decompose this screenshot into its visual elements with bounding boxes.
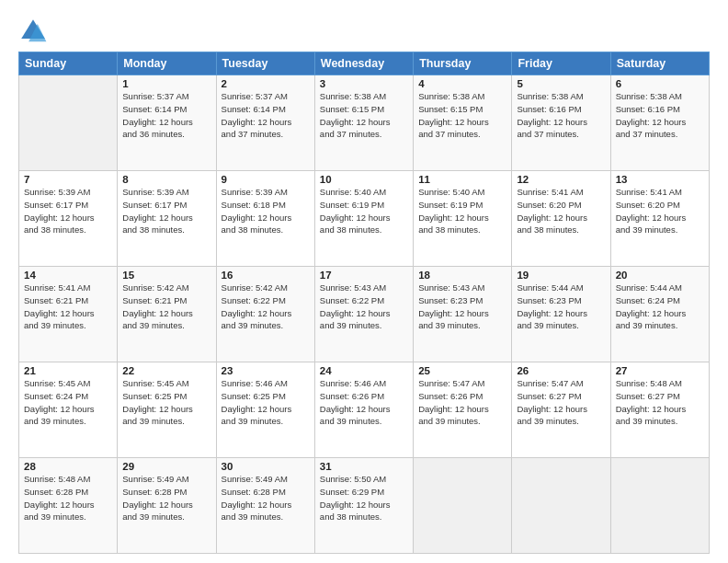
day-info: Sunrise: 5:45 AM Sunset: 6:24 PM Dayligh… (24, 377, 112, 428)
logo-icon (18, 17, 48, 46)
day-info: Sunrise: 5:40 AM Sunset: 6:19 PM Dayligh… (418, 186, 506, 236)
day-cell: 8Sunrise: 5:39 AM Sunset: 6:17 PM Daylig… (118, 171, 216, 267)
day-info: Sunrise: 5:41 AM Sunset: 6:20 PM Dayligh… (616, 186, 704, 236)
day-cell: 11Sunrise: 5:40 AM Sunset: 6:19 PM Dayli… (414, 171, 512, 267)
day-info: Sunrise: 5:38 AM Sunset: 6:15 PM Dayligh… (320, 90, 408, 141)
page: SundayMondayTuesdayWednesdayThursdayFrid… (0, 0, 728, 563)
day-number: 31 (320, 461, 408, 472)
day-cell: 16Sunrise: 5:42 AM Sunset: 6:22 PM Dayli… (216, 267, 314, 362)
day-info: Sunrise: 5:48 AM Sunset: 6:27 PM Dayligh… (616, 377, 704, 428)
week-row-1: 1Sunrise: 5:37 AM Sunset: 6:14 PM Daylig… (19, 75, 710, 171)
day-cell (512, 458, 610, 554)
day-cell: 14Sunrise: 5:41 AM Sunset: 6:21 PM Dayli… (19, 267, 118, 362)
day-info: Sunrise: 5:39 AM Sunset: 6:17 PM Dayligh… (122, 186, 210, 236)
week-row-4: 21Sunrise: 5:45 AM Sunset: 6:24 PM Dayli… (19, 362, 710, 458)
day-number: 13 (616, 174, 704, 185)
day-cell: 4Sunrise: 5:38 AM Sunset: 6:15 PM Daylig… (414, 75, 512, 171)
day-cell (19, 75, 118, 171)
day-info: Sunrise: 5:39 AM Sunset: 6:17 PM Dayligh… (24, 186, 112, 236)
day-info: Sunrise: 5:46 AM Sunset: 6:25 PM Dayligh… (222, 377, 310, 428)
day-number: 28 (24, 461, 112, 472)
day-info: Sunrise: 5:39 AM Sunset: 6:18 PM Dayligh… (222, 186, 310, 236)
day-cell: 26Sunrise: 5:47 AM Sunset: 6:27 PM Dayli… (512, 362, 610, 458)
day-number: 17 (320, 270, 408, 281)
logo (18, 17, 51, 46)
day-info: Sunrise: 5:41 AM Sunset: 6:20 PM Dayligh… (517, 186, 605, 236)
day-number: 7 (24, 174, 112, 185)
day-cell: 2Sunrise: 5:37 AM Sunset: 6:14 PM Daylig… (216, 75, 314, 171)
day-info: Sunrise: 5:49 AM Sunset: 6:28 PM Dayligh… (122, 473, 210, 523)
calendar-header: SundayMondayTuesdayWednesdayThursdayFrid… (19, 52, 710, 75)
day-number: 18 (418, 270, 506, 281)
calendar-body: 1Sunrise: 5:37 AM Sunset: 6:14 PM Daylig… (19, 75, 710, 554)
day-number: 12 (517, 174, 605, 185)
day-info: Sunrise: 5:41 AM Sunset: 6:21 PM Dayligh… (24, 282, 112, 332)
day-number: 29 (122, 461, 210, 472)
day-number: 6 (616, 78, 704, 89)
calendar: SundayMondayTuesdayWednesdayThursdayFrid… (18, 52, 710, 554)
day-number: 4 (418, 78, 506, 89)
day-cell: 12Sunrise: 5:41 AM Sunset: 6:20 PM Dayli… (512, 171, 610, 267)
day-info: Sunrise: 5:42 AM Sunset: 6:21 PM Dayligh… (122, 282, 210, 332)
day-number: 8 (122, 174, 210, 185)
day-number: 9 (222, 174, 310, 185)
day-info: Sunrise: 5:44 AM Sunset: 6:24 PM Dayligh… (616, 282, 704, 332)
day-cell: 25Sunrise: 5:47 AM Sunset: 6:26 PM Dayli… (414, 362, 512, 458)
day-number: 15 (122, 270, 210, 281)
day-cell: 23Sunrise: 5:46 AM Sunset: 6:25 PM Dayli… (216, 362, 314, 458)
day-info: Sunrise: 5:43 AM Sunset: 6:23 PM Dayligh… (418, 282, 506, 332)
day-number: 14 (24, 270, 112, 281)
day-info: Sunrise: 5:37 AM Sunset: 6:14 PM Dayligh… (122, 90, 210, 141)
day-cell: 29Sunrise: 5:49 AM Sunset: 6:28 PM Dayli… (118, 458, 216, 554)
day-number: 19 (517, 270, 605, 281)
week-row-5: 28Sunrise: 5:48 AM Sunset: 6:28 PM Dayli… (19, 458, 710, 554)
day-info: Sunrise: 5:47 AM Sunset: 6:26 PM Dayligh… (418, 377, 506, 428)
day-number: 2 (222, 78, 310, 89)
day-number: 26 (517, 365, 605, 376)
day-cell: 21Sunrise: 5:45 AM Sunset: 6:24 PM Dayli… (19, 362, 118, 458)
day-cell: 13Sunrise: 5:41 AM Sunset: 6:20 PM Dayli… (610, 171, 709, 267)
day-number: 1 (122, 78, 210, 89)
day-info: Sunrise: 5:48 AM Sunset: 6:28 PM Dayligh… (24, 473, 112, 523)
day-cell: 18Sunrise: 5:43 AM Sunset: 6:23 PM Dayli… (414, 267, 512, 362)
day-number: 30 (222, 461, 310, 472)
day-cell (610, 458, 709, 554)
day-info: Sunrise: 5:45 AM Sunset: 6:25 PM Dayligh… (122, 377, 210, 428)
weekday-header-friday: Friday (512, 52, 610, 75)
day-cell: 7Sunrise: 5:39 AM Sunset: 6:17 PM Daylig… (19, 171, 118, 267)
weekday-header-sunday: Sunday (19, 52, 118, 75)
day-number: 5 (517, 78, 605, 89)
weekday-header-row: SundayMondayTuesdayWednesdayThursdayFrid… (19, 52, 710, 75)
day-cell: 22Sunrise: 5:45 AM Sunset: 6:25 PM Dayli… (118, 362, 216, 458)
day-number: 24 (320, 365, 408, 376)
day-info: Sunrise: 5:40 AM Sunset: 6:19 PM Dayligh… (320, 186, 408, 236)
weekday-header-saturday: Saturday (610, 52, 709, 75)
weekday-header-thursday: Thursday (414, 52, 512, 75)
day-info: Sunrise: 5:42 AM Sunset: 6:22 PM Dayligh… (222, 282, 310, 332)
day-info: Sunrise: 5:38 AM Sunset: 6:15 PM Dayligh… (418, 90, 506, 141)
day-cell: 6Sunrise: 5:38 AM Sunset: 6:16 PM Daylig… (610, 75, 709, 171)
day-cell: 9Sunrise: 5:39 AM Sunset: 6:18 PM Daylig… (216, 171, 314, 267)
day-cell: 19Sunrise: 5:44 AM Sunset: 6:23 PM Dayli… (512, 267, 610, 362)
day-number: 23 (222, 365, 310, 376)
day-info: Sunrise: 5:46 AM Sunset: 6:26 PM Dayligh… (320, 377, 408, 428)
day-number: 25 (418, 365, 506, 376)
day-info: Sunrise: 5:50 AM Sunset: 6:29 PM Dayligh… (320, 473, 408, 523)
week-row-3: 14Sunrise: 5:41 AM Sunset: 6:21 PM Dayli… (19, 267, 710, 362)
weekday-header-monday: Monday (118, 52, 216, 75)
day-cell (414, 458, 512, 554)
day-cell: 30Sunrise: 5:49 AM Sunset: 6:28 PM Dayli… (216, 458, 314, 554)
header (18, 17, 710, 46)
day-cell: 15Sunrise: 5:42 AM Sunset: 6:21 PM Dayli… (118, 267, 216, 362)
day-cell: 17Sunrise: 5:43 AM Sunset: 6:22 PM Dayli… (314, 267, 413, 362)
day-cell: 20Sunrise: 5:44 AM Sunset: 6:24 PM Dayli… (610, 267, 709, 362)
day-cell: 10Sunrise: 5:40 AM Sunset: 6:19 PM Dayli… (314, 171, 413, 267)
day-number: 16 (222, 270, 310, 281)
day-cell: 3Sunrise: 5:38 AM Sunset: 6:15 PM Daylig… (314, 75, 413, 171)
day-info: Sunrise: 5:38 AM Sunset: 6:16 PM Dayligh… (616, 90, 704, 141)
weekday-header-tuesday: Tuesday (216, 52, 314, 75)
day-cell: 1Sunrise: 5:37 AM Sunset: 6:14 PM Daylig… (118, 75, 216, 171)
day-info: Sunrise: 5:38 AM Sunset: 6:16 PM Dayligh… (517, 90, 605, 141)
day-number: 10 (320, 174, 408, 185)
day-info: Sunrise: 5:44 AM Sunset: 6:23 PM Dayligh… (517, 282, 605, 332)
